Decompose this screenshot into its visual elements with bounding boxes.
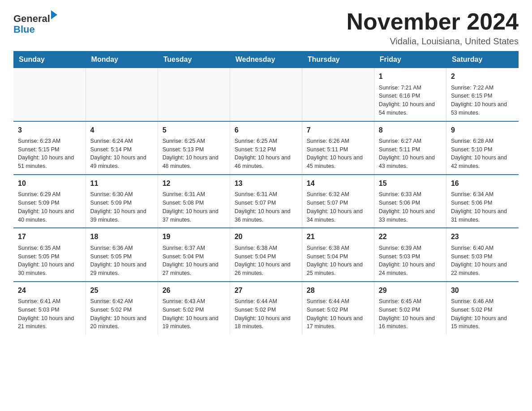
calendar-cell: 19Sunrise: 6:37 AMSunset: 5:04 PMDayligh…	[158, 228, 230, 281]
day-number: 12	[163, 179, 225, 188]
calendar-cell: 18Sunrise: 6:36 AMSunset: 5:05 PMDayligh…	[86, 228, 158, 281]
day-number: 3	[18, 125, 81, 135]
weekday-header-tuesday: Tuesday	[158, 51, 230, 68]
day-info: Sunrise: 6:36 AMSunset: 5:05 PMDaylight:…	[90, 244, 153, 278]
day-number: 10	[18, 179, 81, 188]
calendar-week-row: 3Sunrise: 6:23 AMSunset: 5:15 PMDaylight…	[13, 121, 519, 175]
calendar-week-row: 10Sunrise: 6:29 AMSunset: 5:09 PMDayligh…	[13, 175, 519, 228]
day-number: 16	[451, 179, 514, 188]
calendar-cell: 13Sunrise: 6:31 AMSunset: 5:07 PMDayligh…	[230, 175, 302, 228]
calendar-cell: 29Sunrise: 6:45 AMSunset: 5:02 PMDayligh…	[374, 282, 446, 334]
day-number: 26	[163, 286, 225, 295]
day-number: 19	[163, 232, 225, 242]
day-number: 5	[163, 125, 225, 135]
calendar-cell: 28Sunrise: 6:44 AMSunset: 5:02 PMDayligh…	[302, 282, 374, 334]
calendar-cell: 27Sunrise: 6:44 AMSunset: 5:02 PMDayligh…	[230, 282, 302, 334]
day-info: Sunrise: 6:32 AMSunset: 5:07 PMDaylight:…	[307, 190, 369, 224]
day-info: Sunrise: 6:38 AMSunset: 5:04 PMDaylight:…	[307, 244, 369, 278]
calendar-week-row: 1Sunrise: 7:21 AMSunset: 6:16 PMDaylight…	[13, 68, 519, 121]
calendar-cell	[230, 68, 302, 121]
calendar-cell: 8Sunrise: 6:27 AMSunset: 5:11 PMDaylight…	[374, 121, 446, 175]
day-number: 22	[379, 232, 442, 242]
day-number: 15	[379, 179, 442, 188]
title-section: November 2024 Vidalia, Louisiana, United…	[347, 9, 519, 47]
day-info: Sunrise: 6:31 AMSunset: 5:08 PMDaylight:…	[163, 190, 225, 224]
day-number: 29	[379, 286, 442, 295]
day-info: Sunrise: 6:37 AMSunset: 5:04 PMDaylight:…	[163, 244, 225, 278]
day-number: 9	[451, 125, 514, 135]
calendar-cell: 14Sunrise: 6:32 AMSunset: 5:07 PMDayligh…	[302, 175, 374, 228]
day-number: 2	[451, 72, 514, 81]
calendar-cell: 4Sunrise: 6:24 AMSunset: 5:14 PMDaylight…	[86, 121, 158, 175]
day-number: 4	[90, 125, 153, 135]
calendar-cell: 24Sunrise: 6:41 AMSunset: 5:03 PMDayligh…	[13, 282, 86, 334]
day-number: 1	[379, 72, 442, 81]
day-number: 30	[451, 286, 514, 295]
calendar-cell: 10Sunrise: 6:29 AMSunset: 5:09 PMDayligh…	[13, 175, 86, 228]
weekday-header-row: SundayMondayTuesdayWednesdayThursdayFrid…	[13, 51, 519, 68]
weekday-header-wednesday: Wednesday	[230, 51, 302, 68]
calendar-cell: 11Sunrise: 6:30 AMSunset: 5:09 PMDayligh…	[86, 175, 158, 228]
day-info: Sunrise: 6:39 AMSunset: 5:03 PMDaylight:…	[379, 244, 442, 278]
calendar-cell: 2Sunrise: 7:22 AMSunset: 6:15 PMDaylight…	[446, 68, 518, 121]
day-info: Sunrise: 6:45 AMSunset: 5:02 PMDaylight:…	[379, 297, 442, 331]
calendar-table: SundayMondayTuesdayWednesdayThursdayFrid…	[13, 51, 519, 334]
day-number: 7	[307, 125, 369, 135]
day-info: Sunrise: 6:44 AMSunset: 5:02 PMDaylight:…	[307, 297, 369, 331]
calendar-cell: 23Sunrise: 6:40 AMSunset: 5:03 PMDayligh…	[446, 228, 518, 281]
day-number: 17	[18, 232, 81, 242]
day-info: Sunrise: 6:28 AMSunset: 5:10 PMDaylight:…	[451, 137, 514, 171]
calendar-cell: 3Sunrise: 6:23 AMSunset: 5:15 PMDaylight…	[13, 121, 86, 175]
logo: General Blue	[13, 9, 57, 35]
day-info: Sunrise: 6:42 AMSunset: 5:02 PMDaylight:…	[90, 297, 153, 331]
day-info: Sunrise: 6:33 AMSunset: 5:06 PMDaylight:…	[379, 190, 442, 224]
day-number: 20	[235, 232, 297, 242]
calendar-cell: 21Sunrise: 6:38 AMSunset: 5:04 PMDayligh…	[302, 228, 374, 281]
day-info: Sunrise: 6:35 AMSunset: 5:05 PMDaylight:…	[18, 244, 81, 278]
day-info: Sunrise: 6:43 AMSunset: 5:02 PMDaylight:…	[163, 297, 225, 331]
calendar-cell	[13, 68, 86, 121]
day-info: Sunrise: 6:30 AMSunset: 5:09 PMDaylight:…	[90, 190, 153, 224]
weekday-header-sunday: Sunday	[13, 51, 86, 68]
calendar-cell: 16Sunrise: 6:34 AMSunset: 5:06 PMDayligh…	[446, 175, 518, 228]
day-info: Sunrise: 6:46 AMSunset: 5:02 PMDaylight:…	[451, 297, 514, 331]
day-number: 25	[90, 286, 153, 295]
day-number: 14	[307, 179, 369, 188]
day-number: 8	[379, 125, 442, 135]
calendar-cell: 7Sunrise: 6:26 AMSunset: 5:11 PMDaylight…	[302, 121, 374, 175]
day-number: 28	[307, 286, 369, 295]
calendar-title: November 2024	[347, 9, 519, 34]
day-info: Sunrise: 6:31 AMSunset: 5:07 PMDaylight:…	[235, 190, 297, 224]
day-info: Sunrise: 6:41 AMSunset: 5:03 PMDaylight:…	[18, 297, 81, 331]
day-info: Sunrise: 7:21 AMSunset: 6:16 PMDaylight:…	[379, 84, 442, 117]
calendar-header: SundayMondayTuesdayWednesdayThursdayFrid…	[13, 51, 519, 68]
day-number: 21	[307, 232, 369, 242]
calendar-cell	[158, 68, 230, 121]
day-info: Sunrise: 6:40 AMSunset: 5:03 PMDaylight:…	[451, 244, 514, 278]
calendar-cell: 15Sunrise: 6:33 AMSunset: 5:06 PMDayligh…	[374, 175, 446, 228]
calendar-cell: 26Sunrise: 6:43 AMSunset: 5:02 PMDayligh…	[158, 282, 230, 334]
page-header: General Blue November 2024 Vidalia, Loui…	[13, 9, 519, 47]
calendar-cell: 22Sunrise: 6:39 AMSunset: 5:03 PMDayligh…	[374, 228, 446, 281]
calendar-cell: 5Sunrise: 6:25 AMSunset: 5:13 PMDaylight…	[158, 121, 230, 175]
day-number: 13	[235, 179, 297, 188]
calendar-cell: 25Sunrise: 6:42 AMSunset: 5:02 PMDayligh…	[86, 282, 158, 334]
calendar-subtitle: Vidalia, Louisiana, United States	[347, 36, 519, 47]
weekday-header-saturday: Saturday	[446, 51, 518, 68]
day-info: Sunrise: 6:34 AMSunset: 5:06 PMDaylight:…	[451, 190, 514, 224]
logo-text-blue: Blue	[13, 24, 57, 35]
day-number: 11	[90, 179, 153, 188]
logo-text-general: General	[13, 13, 50, 24]
day-info: Sunrise: 6:23 AMSunset: 5:15 PMDaylight:…	[18, 137, 81, 171]
day-info: Sunrise: 6:25 AMSunset: 5:13 PMDaylight:…	[163, 137, 225, 171]
calendar-cell	[86, 68, 158, 121]
day-number: 27	[235, 286, 297, 295]
day-info: Sunrise: 6:44 AMSunset: 5:02 PMDaylight:…	[235, 297, 297, 331]
calendar-cell: 1Sunrise: 7:21 AMSunset: 6:16 PMDaylight…	[374, 68, 446, 121]
day-info: Sunrise: 7:22 AMSunset: 6:15 PMDaylight:…	[451, 84, 514, 117]
calendar-cell: 17Sunrise: 6:35 AMSunset: 5:05 PMDayligh…	[13, 228, 86, 281]
calendar-cell: 6Sunrise: 6:25 AMSunset: 5:12 PMDaylight…	[230, 121, 302, 175]
day-info: Sunrise: 6:24 AMSunset: 5:14 PMDaylight:…	[90, 137, 153, 171]
weekday-header-monday: Monday	[86, 51, 158, 68]
weekday-header-friday: Friday	[374, 51, 446, 68]
